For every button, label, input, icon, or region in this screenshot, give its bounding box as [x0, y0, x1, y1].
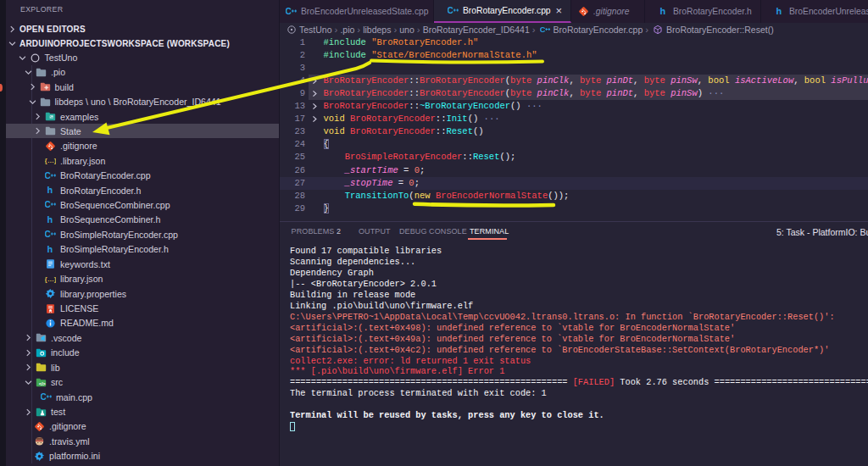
svg-text:h: h — [659, 6, 665, 16]
svg-text:C: C — [45, 170, 52, 180]
svg-text:C: C — [286, 7, 292, 16]
svg-text:{…}: {…} — [45, 275, 56, 283]
svg-text:C: C — [448, 6, 454, 15]
svg-text:C: C — [540, 25, 546, 34]
svg-text:h: h — [47, 214, 53, 225]
svg-text:h: h — [47, 185, 53, 195]
svg-text:C: C — [45, 200, 52, 209]
svg-text:C: C — [41, 392, 47, 402]
svg-text:C: C — [45, 230, 52, 239]
svg-text:h: h — [47, 244, 53, 254]
svg-text:</>: </> — [39, 380, 47, 386]
svg-text:h: h — [776, 6, 782, 16]
svg-text:{…}: {…} — [45, 157, 56, 164]
